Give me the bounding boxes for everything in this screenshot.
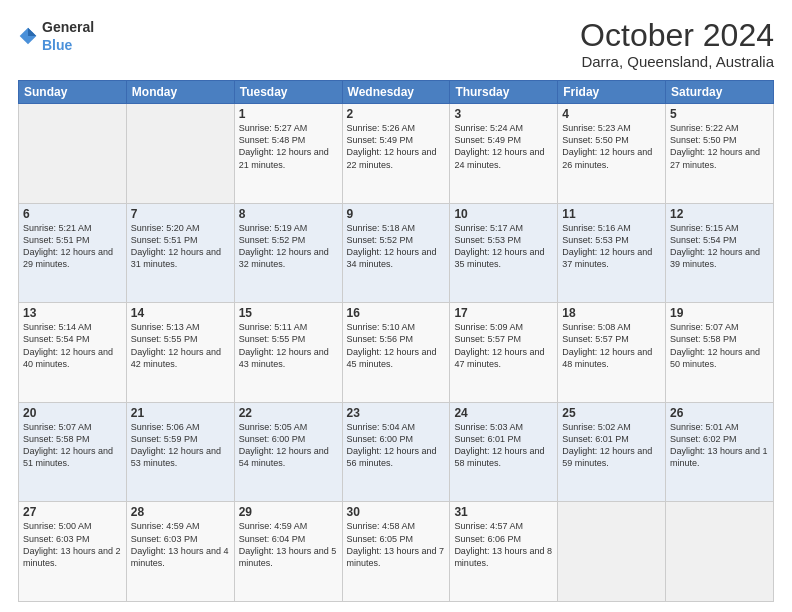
- calendar-cell: 13Sunrise: 5:14 AM Sunset: 5:54 PM Dayli…: [19, 303, 127, 403]
- day-number: 13: [23, 306, 122, 320]
- day-number: 20: [23, 406, 122, 420]
- day-number: 16: [347, 306, 446, 320]
- day-info: Sunrise: 5:10 AM Sunset: 5:56 PM Dayligh…: [347, 321, 446, 370]
- day-info: Sunrise: 5:27 AM Sunset: 5:48 PM Dayligh…: [239, 122, 338, 171]
- calendar-cell: 2Sunrise: 5:26 AM Sunset: 5:49 PM Daylig…: [342, 104, 450, 204]
- calendar-row-4: 27Sunrise: 5:00 AM Sunset: 6:03 PM Dayli…: [19, 502, 774, 602]
- day-number: 3: [454, 107, 553, 121]
- day-number: 18: [562, 306, 661, 320]
- day-info: Sunrise: 4:57 AM Sunset: 6:06 PM Dayligh…: [454, 520, 553, 569]
- calendar-cell: 31Sunrise: 4:57 AM Sunset: 6:06 PM Dayli…: [450, 502, 558, 602]
- day-info: Sunrise: 5:24 AM Sunset: 5:49 PM Dayligh…: [454, 122, 553, 171]
- col-saturday: Saturday: [666, 81, 774, 104]
- day-info: Sunrise: 5:15 AM Sunset: 5:54 PM Dayligh…: [670, 222, 769, 271]
- calendar-row-0: 1Sunrise: 5:27 AM Sunset: 5:48 PM Daylig…: [19, 104, 774, 204]
- day-info: Sunrise: 5:18 AM Sunset: 5:52 PM Dayligh…: [347, 222, 446, 271]
- day-number: 26: [670, 406, 769, 420]
- calendar-cell: 22Sunrise: 5:05 AM Sunset: 6:00 PM Dayli…: [234, 402, 342, 502]
- day-number: 15: [239, 306, 338, 320]
- day-info: Sunrise: 5:04 AM Sunset: 6:00 PM Dayligh…: [347, 421, 446, 470]
- day-info: Sunrise: 5:02 AM Sunset: 6:01 PM Dayligh…: [562, 421, 661, 470]
- day-number: 5: [670, 107, 769, 121]
- day-number: 14: [131, 306, 230, 320]
- day-info: Sunrise: 4:59 AM Sunset: 6:04 PM Dayligh…: [239, 520, 338, 569]
- calendar-cell: 16Sunrise: 5:10 AM Sunset: 5:56 PM Dayli…: [342, 303, 450, 403]
- day-number: 6: [23, 207, 122, 221]
- day-info: Sunrise: 5:26 AM Sunset: 5:49 PM Dayligh…: [347, 122, 446, 171]
- logo-general-text: General: [42, 19, 94, 35]
- calendar-cell: 7Sunrise: 5:20 AM Sunset: 5:51 PM Daylig…: [126, 203, 234, 303]
- day-number: 25: [562, 406, 661, 420]
- day-info: Sunrise: 5:09 AM Sunset: 5:57 PM Dayligh…: [454, 321, 553, 370]
- calendar-cell: 21Sunrise: 5:06 AM Sunset: 5:59 PM Dayli…: [126, 402, 234, 502]
- day-info: Sunrise: 5:00 AM Sunset: 6:03 PM Dayligh…: [23, 520, 122, 569]
- col-sunday: Sunday: [19, 81, 127, 104]
- day-number: 22: [239, 406, 338, 420]
- calendar-cell: [126, 104, 234, 204]
- calendar-cell: 10Sunrise: 5:17 AM Sunset: 5:53 PM Dayli…: [450, 203, 558, 303]
- day-info: Sunrise: 5:22 AM Sunset: 5:50 PM Dayligh…: [670, 122, 769, 171]
- header-row: Sunday Monday Tuesday Wednesday Thursday…: [19, 81, 774, 104]
- calendar-cell: 29Sunrise: 4:59 AM Sunset: 6:04 PM Dayli…: [234, 502, 342, 602]
- day-number: 11: [562, 207, 661, 221]
- calendar-cell: 5Sunrise: 5:22 AM Sunset: 5:50 PM Daylig…: [666, 104, 774, 204]
- calendar-cell: 26Sunrise: 5:01 AM Sunset: 6:02 PM Dayli…: [666, 402, 774, 502]
- day-info: Sunrise: 5:16 AM Sunset: 5:53 PM Dayligh…: [562, 222, 661, 271]
- logo-icon: [18, 26, 38, 46]
- day-number: 2: [347, 107, 446, 121]
- svg-marker-1: [28, 28, 36, 36]
- title-section: October 2024 Darra, Queensland, Australi…: [580, 18, 774, 70]
- calendar-cell: 14Sunrise: 5:13 AM Sunset: 5:55 PM Dayli…: [126, 303, 234, 403]
- calendar-cell: 1Sunrise: 5:27 AM Sunset: 5:48 PM Daylig…: [234, 104, 342, 204]
- calendar-cell: 23Sunrise: 5:04 AM Sunset: 6:00 PM Dayli…: [342, 402, 450, 502]
- day-info: Sunrise: 4:58 AM Sunset: 6:05 PM Dayligh…: [347, 520, 446, 569]
- day-info: Sunrise: 5:17 AM Sunset: 5:53 PM Dayligh…: [454, 222, 553, 271]
- calendar-row-1: 6Sunrise: 5:21 AM Sunset: 5:51 PM Daylig…: [19, 203, 774, 303]
- month-title: October 2024: [580, 18, 774, 53]
- calendar-cell: 20Sunrise: 5:07 AM Sunset: 5:58 PM Dayli…: [19, 402, 127, 502]
- calendar-cell: [558, 502, 666, 602]
- day-number: 29: [239, 505, 338, 519]
- calendar-cell: 12Sunrise: 5:15 AM Sunset: 5:54 PM Dayli…: [666, 203, 774, 303]
- day-info: Sunrise: 5:19 AM Sunset: 5:52 PM Dayligh…: [239, 222, 338, 271]
- logo-blue-text: Blue: [42, 37, 72, 53]
- day-info: Sunrise: 5:21 AM Sunset: 5:51 PM Dayligh…: [23, 222, 122, 271]
- calendar-row-3: 20Sunrise: 5:07 AM Sunset: 5:58 PM Dayli…: [19, 402, 774, 502]
- calendar-cell: 3Sunrise: 5:24 AM Sunset: 5:49 PM Daylig…: [450, 104, 558, 204]
- calendar-cell: 25Sunrise: 5:02 AM Sunset: 6:01 PM Dayli…: [558, 402, 666, 502]
- day-info: Sunrise: 5:23 AM Sunset: 5:50 PM Dayligh…: [562, 122, 661, 171]
- calendar-cell: 30Sunrise: 4:58 AM Sunset: 6:05 PM Dayli…: [342, 502, 450, 602]
- day-number: 23: [347, 406, 446, 420]
- day-info: Sunrise: 5:01 AM Sunset: 6:02 PM Dayligh…: [670, 421, 769, 470]
- day-number: 9: [347, 207, 446, 221]
- logo: General Blue: [18, 18, 94, 54]
- calendar-cell: 8Sunrise: 5:19 AM Sunset: 5:52 PM Daylig…: [234, 203, 342, 303]
- day-number: 1: [239, 107, 338, 121]
- calendar-cell: 17Sunrise: 5:09 AM Sunset: 5:57 PM Dayli…: [450, 303, 558, 403]
- col-thursday: Thursday: [450, 81, 558, 104]
- day-info: Sunrise: 5:11 AM Sunset: 5:55 PM Dayligh…: [239, 321, 338, 370]
- day-number: 7: [131, 207, 230, 221]
- page: General Blue October 2024 Darra, Queensl…: [0, 0, 792, 612]
- location-title: Darra, Queensland, Australia: [580, 53, 774, 70]
- day-number: 31: [454, 505, 553, 519]
- day-info: Sunrise: 5:07 AM Sunset: 5:58 PM Dayligh…: [23, 421, 122, 470]
- day-number: 12: [670, 207, 769, 221]
- day-number: 27: [23, 505, 122, 519]
- day-info: Sunrise: 5:06 AM Sunset: 5:59 PM Dayligh…: [131, 421, 230, 470]
- day-number: 8: [239, 207, 338, 221]
- col-friday: Friday: [558, 81, 666, 104]
- day-number: 17: [454, 306, 553, 320]
- calendar-cell: 15Sunrise: 5:11 AM Sunset: 5:55 PM Dayli…: [234, 303, 342, 403]
- calendar-cell: 11Sunrise: 5:16 AM Sunset: 5:53 PM Dayli…: [558, 203, 666, 303]
- day-info: Sunrise: 5:05 AM Sunset: 6:00 PM Dayligh…: [239, 421, 338, 470]
- calendar-cell: 18Sunrise: 5:08 AM Sunset: 5:57 PM Dayli…: [558, 303, 666, 403]
- calendar-row-2: 13Sunrise: 5:14 AM Sunset: 5:54 PM Dayli…: [19, 303, 774, 403]
- col-monday: Monday: [126, 81, 234, 104]
- day-number: 28: [131, 505, 230, 519]
- day-info: Sunrise: 5:08 AM Sunset: 5:57 PM Dayligh…: [562, 321, 661, 370]
- header: General Blue October 2024 Darra, Queensl…: [18, 18, 774, 70]
- day-info: Sunrise: 5:03 AM Sunset: 6:01 PM Dayligh…: [454, 421, 553, 470]
- day-number: 24: [454, 406, 553, 420]
- col-wednesday: Wednesday: [342, 81, 450, 104]
